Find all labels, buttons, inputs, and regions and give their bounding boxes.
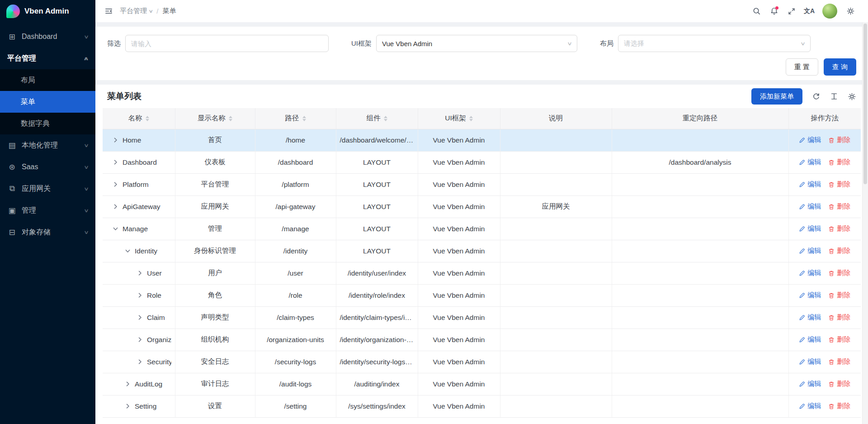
edit-button[interactable]: 编辑 <box>799 202 821 211</box>
sidebar-item-object-storage[interactable]: ⊟对象存储∨ <box>0 221 95 243</box>
delete-button[interactable]: 删除 <box>828 180 850 189</box>
row-name: Dashboard <box>123 158 157 167</box>
chevron-right-icon[interactable] <box>113 137 118 143</box>
refresh-button[interactable] <box>812 92 821 101</box>
edit-button[interactable]: 编辑 <box>799 335 821 344</box>
filter-keyword-input[interactable] <box>125 35 329 52</box>
preferences-button[interactable] <box>843 4 858 19</box>
ui-framework-select[interactable]: Vue Vben Admin ∨ <box>376 35 577 52</box>
sidebar-item-dictionary[interactable]: 数据字典 <box>0 113 95 134</box>
delete-button[interactable]: 删除 <box>828 402 850 410</box>
table-row[interactable]: Organiz...组织机构/organization-units/identi… <box>103 329 861 351</box>
trash-icon <box>828 226 835 232</box>
column-header-path[interactable]: 路径 <box>255 108 336 129</box>
sidebar-item-layout[interactable]: 布局 <box>0 69 95 91</box>
chevron-right-icon[interactable] <box>137 292 143 298</box>
table-row[interactable]: Platform平台管理/platformLAYOUTVue Vben Admi… <box>103 173 861 195</box>
sort-icon[interactable] <box>384 116 387 121</box>
sort-icon[interactable] <box>302 116 306 121</box>
delete-button[interactable]: 删除 <box>828 357 850 366</box>
chevron-down-icon[interactable] <box>113 226 118 232</box>
vertical-scrollbar[interactable] <box>862 22 868 424</box>
column-settings-button[interactable] <box>848 92 856 101</box>
row-name: Organiz... <box>147 336 171 344</box>
edit-button[interactable]: 编辑 <box>799 180 821 189</box>
delete-button[interactable]: 删除 <box>828 224 850 233</box>
column-header-framework[interactable]: UI框架 <box>418 108 500 129</box>
delete-button[interactable]: 删除 <box>828 247 850 255</box>
delete-label: 删除 <box>837 224 850 233</box>
breadcrumb-platform[interactable]: 平台管理 ∨ <box>120 7 152 15</box>
sidebar-item-api-gateway[interactable]: ⧉应用网关∨ <box>0 178 95 200</box>
delete-button[interactable]: 删除 <box>828 313 850 322</box>
sidebar-item-platform[interactable]: 平台管理∧ <box>0 48 95 69</box>
table-row[interactable]: Manage管理/manageLAYOUTVue Vben Admin编辑删除 <box>103 218 861 240</box>
delete-button[interactable]: 删除 <box>828 291 850 300</box>
sidebar-collapse-button[interactable] <box>101 4 116 19</box>
chevron-right-icon[interactable] <box>113 181 118 187</box>
column-header-component[interactable]: 组件 <box>336 108 418 129</box>
sidebar-item-saas[interactable]: ⊛Saas∨ <box>0 156 95 178</box>
delete-button[interactable]: 删除 <box>828 269 850 277</box>
trash-icon <box>828 359 835 365</box>
add-menu-button[interactable]: 添加新菜单 <box>751 88 802 105</box>
delete-button[interactable]: 删除 <box>828 136 850 144</box>
column-label: 显示名称 <box>198 114 226 123</box>
chevron-right-icon[interactable] <box>137 337 143 343</box>
delete-button[interactable]: 删除 <box>828 380 850 388</box>
chevron-down-icon[interactable] <box>125 248 131 254</box>
notification-button[interactable] <box>766 4 782 19</box>
table-row[interactable]: Dashboard仪表板/dashboardLAYOUTVue Vben Adm… <box>103 151 861 173</box>
table-row[interactable]: Role角色/role/identity/role/indexVue Vben … <box>103 284 861 306</box>
edit-button[interactable]: 编辑 <box>799 158 821 167</box>
layout-select[interactable]: 请选择 ∨ <box>618 35 811 52</box>
table-row[interactable]: Identity身份标识管理/identityLAYOUTVue Vben Ad… <box>103 240 861 262</box>
chevron-right-icon[interactable] <box>113 204 118 210</box>
reset-button[interactable]: 重 置 <box>786 58 818 76</box>
sidebar-item-menu[interactable]: 菜单 <box>0 91 95 113</box>
sidebar-item-localization[interactable]: ▤本地化管理∨ <box>0 134 95 156</box>
app-logo[interactable]: Vben Admin <box>0 0 95 22</box>
edit-button[interactable]: 编辑 <box>799 291 821 300</box>
edit-button[interactable]: 编辑 <box>799 313 821 322</box>
table-row[interactable]: Home首页/home/dashboard/welcome/in...Vue V… <box>103 129 861 151</box>
edit-button[interactable]: 编辑 <box>799 357 821 366</box>
sort-icon[interactable] <box>469 116 473 121</box>
edit-pencil-icon <box>799 270 805 276</box>
sidebar-item-dashboard[interactable]: ⊞Dashboard∨ <box>0 26 95 48</box>
search-button[interactable] <box>749 4 764 19</box>
table-row[interactable]: User用户/user/identity/user/indexVue Vben … <box>103 262 861 284</box>
table-row[interactable]: Claim声明类型/claim-types/identity/claim-typ… <box>103 306 861 329</box>
user-avatar[interactable] <box>822 4 837 19</box>
fullscreen-button[interactable] <box>784 4 799 19</box>
edit-button[interactable]: 编辑 <box>799 136 821 144</box>
edit-button[interactable]: 编辑 <box>799 402 821 410</box>
table-row[interactable]: Setting设置/setting/sys/settings/indexVue … <box>103 395 861 417</box>
chevron-right-icon[interactable] <box>113 159 118 165</box>
table-row[interactable]: ApiGateway应用网关/api-gatewayLAYOUTVue Vben… <box>103 195 861 218</box>
delete-button[interactable]: 删除 <box>828 158 850 167</box>
edit-button[interactable]: 编辑 <box>799 247 821 255</box>
row-name: Security... <box>147 358 171 366</box>
edit-button[interactable]: 编辑 <box>799 380 821 388</box>
edit-button[interactable]: 编辑 <box>799 224 821 233</box>
column-header-name[interactable]: 名称 <box>103 108 175 129</box>
chevron-right-icon[interactable] <box>125 381 131 387</box>
sidebar-item-manage[interactable]: ▣管理∨ <box>0 200 95 221</box>
chevron-right-icon[interactable] <box>125 403 131 409</box>
sort-icon[interactable] <box>229 116 232 121</box>
chevron-right-icon[interactable] <box>137 270 143 276</box>
table-row[interactable]: AuditLog审计日志/audit-logs/auditing/indexVu… <box>103 373 861 395</box>
edit-button[interactable]: 编辑 <box>799 269 821 277</box>
delete-button[interactable]: 删除 <box>828 202 850 211</box>
chevron-right-icon[interactable] <box>137 314 143 320</box>
sort-icon[interactable] <box>146 116 149 121</box>
delete-button[interactable]: 删除 <box>828 335 850 344</box>
column-header-display[interactable]: 显示名称 <box>175 108 255 129</box>
language-button[interactable]: 文A <box>802 4 817 19</box>
table-row[interactable]: Security...安全日志/security-logs/identity/s… <box>103 351 861 373</box>
scrollbar-thumb[interactable] <box>863 24 867 184</box>
chevron-right-icon[interactable] <box>137 359 143 365</box>
row-height-button[interactable] <box>830 92 838 100</box>
query-button[interactable]: 查 询 <box>824 58 856 76</box>
